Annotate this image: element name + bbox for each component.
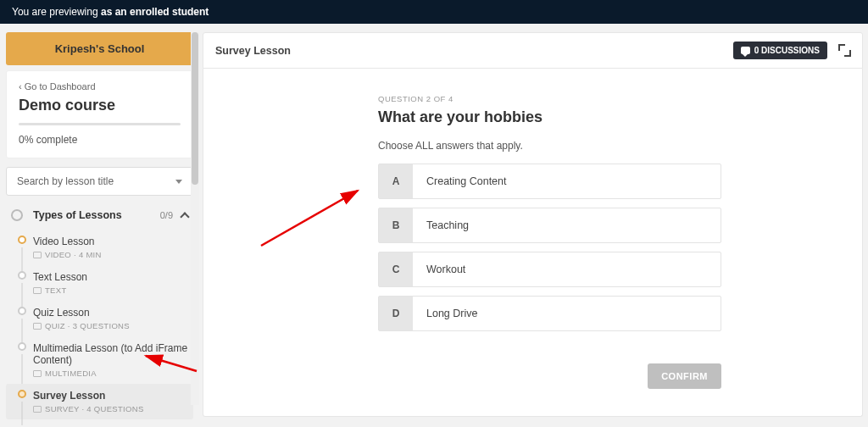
sidebar-scrollbar[interactable]	[191, 32, 199, 405]
lesson-item-video[interactable]: Video Lesson VIDEO · 4 MIN	[6, 230, 193, 265]
lesson-header: Survey Lesson 0 DISCUSSIONS	[203, 32, 863, 69]
lesson-content-area: Survey Lesson 0 DISCUSSIONS QUESTION 2 O…	[199, 24, 868, 425]
lesson-item-quiz[interactable]: Quiz Lesson QUIZ · 3 QUESTIONS	[6, 301, 193, 336]
lesson-header-title: Survey Lesson	[215, 45, 291, 57]
discussions-button[interactable]: 0 DISCUSSIONS	[733, 42, 827, 59]
lesson-status-icon	[18, 342, 26, 351]
course-title: Demo course	[19, 97, 181, 114]
answer-letter: C	[379, 252, 413, 286]
answer-text: Workout	[413, 252, 479, 286]
answer-letter: D	[379, 297, 413, 330]
question-progress: QUESTION 2 OF 4	[378, 94, 721, 103]
course-card: ‹ Go to Dashboard Demo course 0% complet…	[6, 70, 193, 158]
progress-text: 0% complete	[19, 134, 181, 146]
lesson-item-survey[interactable]: Survey Lesson SURVEY · 4 QUESTIONS	[6, 384, 193, 419]
school-header[interactable]: Kripesh's School	[6, 32, 193, 65]
survey-icon	[33, 406, 42, 413]
preview-prefix: You are previewing	[12, 6, 101, 18]
lesson-item-multimedia[interactable]: Multimedia Lesson (to Add iFrame Content…	[6, 336, 193, 384]
section-header[interactable]: Types of Lessons 0/9	[6, 206, 193, 225]
lesson-item-text[interactable]: Text Lesson TEXT	[6, 265, 193, 301]
preview-role: as an enrolled student	[101, 6, 209, 18]
answer-option-a[interactable]: A Creating Content	[378, 164, 721, 199]
progress-bar	[19, 123, 181, 125]
fullscreen-icon[interactable]	[839, 45, 850, 56]
lesson-title: Text Lesson	[33, 271, 188, 283]
answer-letter: A	[379, 164, 413, 198]
scrollbar-thumb[interactable]	[192, 32, 198, 185]
answer-text: Long Drive	[413, 297, 491, 330]
chevron-up-icon	[180, 212, 189, 221]
confirm-button[interactable]: CONFIRM	[648, 363, 721, 389]
lesson-title: Multimedia Lesson (to Add iFrame Content…	[33, 342, 188, 366]
question-instruction: Choose ALL answers that apply.	[378, 140, 721, 152]
question-title: What are your hobbies	[378, 108, 721, 126]
text-icon	[33, 287, 42, 294]
section-status-circle-icon	[11, 209, 23, 221]
lesson-status-icon	[18, 236, 26, 244]
answer-letter: B	[379, 208, 413, 242]
caret-down-icon	[175, 180, 182, 184]
lesson-title: Video Lesson	[33, 236, 188, 247]
answer-text: Teaching	[413, 208, 482, 242]
answer-option-d[interactable]: D Long Drive	[378, 296, 721, 331]
lesson-list: Video Lesson VIDEO · 4 MIN Text Lesson T…	[6, 230, 193, 425]
lesson-status-icon	[18, 390, 26, 398]
chevron-left-icon: ‹	[19, 81, 25, 92]
multimedia-icon	[33, 370, 42, 377]
answer-option-b[interactable]: B Teaching	[378, 208, 721, 243]
course-sidebar: Kripesh's School ‹ Go to Dashboard Demo …	[0, 24, 199, 425]
answer-text: Creating Content	[413, 164, 520, 198]
section-progress: 0/9	[160, 210, 173, 220]
lesson-status-icon	[18, 271, 26, 280]
back-to-dashboard-link[interactable]: ‹ Go to Dashboard	[19, 81, 181, 92]
lesson-title: Survey Lesson	[33, 390, 188, 402]
video-icon	[33, 252, 42, 258]
lesson-canvas: QUESTION 2 OF 4 What are your hobbies Ch…	[203, 69, 863, 417]
search-lesson-select[interactable]: Search by lesson title	[6, 167, 193, 196]
chat-icon	[741, 47, 750, 54]
lesson-status-icon	[18, 307, 26, 315]
quiz-icon	[33, 323, 42, 330]
search-placeholder: Search by lesson title	[17, 175, 114, 187]
survey-question: QUESTION 2 OF 4 What are your hobbies Ch…	[378, 94, 721, 331]
preview-mode-bar: You are previewing as an enrolled studen…	[0, 0, 868, 24]
lesson-item-pdf[interactable]: PDF Lesson PDF	[6, 419, 193, 425]
lesson-title: Quiz Lesson	[33, 307, 188, 319]
answer-option-c[interactable]: C Workout	[378, 252, 721, 287]
section-title: Types of Lessons	[33, 209, 160, 221]
